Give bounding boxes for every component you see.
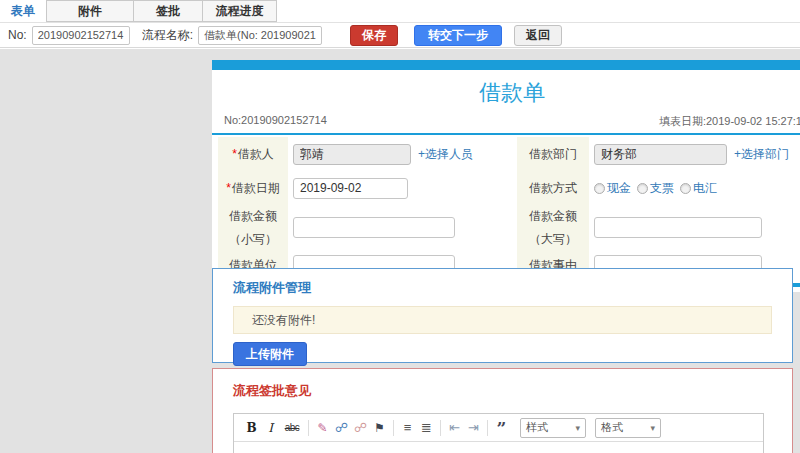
borrower-input[interactable] bbox=[293, 144, 411, 165]
flow-name-input[interactable] bbox=[198, 26, 322, 45]
loan-date-label: *借款日期 bbox=[218, 171, 288, 205]
tab-attachments[interactable]: 附件 bbox=[46, 0, 134, 22]
form-meta-row: No:20190902152714 填表日期:2019-09-02 15:27:… bbox=[212, 114, 800, 133]
radio-cheque[interactable]: 支票 bbox=[637, 180, 674, 197]
no-input[interactable] bbox=[32, 26, 130, 45]
radio-circle-icon bbox=[680, 183, 691, 194]
loan-method-value-cell: 现金 支票 电汇 bbox=[589, 171, 800, 205]
radio-circle-icon bbox=[637, 183, 648, 194]
loan-method-label: 借款方式 bbox=[517, 171, 589, 205]
tab-form[interactable]: 表单 bbox=[0, 0, 46, 22]
loan-date-input[interactable] bbox=[293, 178, 408, 199]
editor-toolbar: B I abc ✎ ☍ ☍ ⚑ ≡ ≣ ⇤ ⇥ ” bbox=[234, 414, 763, 442]
link-icon[interactable]: ☍ bbox=[332, 420, 351, 435]
anchor-icon[interactable]: ⚑ bbox=[370, 421, 389, 435]
required-mark: * bbox=[226, 181, 231, 195]
forward-next-step-button[interactable]: 转交下一步 bbox=[414, 25, 502, 46]
select-person-link[interactable]: +选择人员 bbox=[418, 146, 473, 163]
amount-lowercase-label: 借款金额（小写） bbox=[218, 205, 288, 251]
remove-format-icon[interactable]: ✎ bbox=[313, 421, 332, 435]
no-label: No: bbox=[8, 28, 27, 42]
form-row-date-method: *借款日期 借款方式 现金 支票 电汇 bbox=[218, 171, 800, 205]
amount-lowercase-input[interactable] bbox=[293, 217, 455, 238]
format-dropdown[interactable]: 格式 ▾ bbox=[595, 418, 661, 438]
department-label: 借款部门 bbox=[517, 137, 589, 171]
toolbar-separator bbox=[393, 420, 394, 436]
form-number: No:20190902152714 bbox=[224, 114, 327, 129]
loan-date-value-cell bbox=[288, 171, 505, 205]
unlink-icon[interactable]: ☍ bbox=[351, 420, 370, 435]
form-fill-date: 填表日期:2019-09-02 15:27:1 bbox=[659, 114, 800, 129]
approval-panel-title: 流程签批意见 bbox=[233, 382, 772, 400]
amount-uppercase-input[interactable] bbox=[594, 217, 762, 238]
radio-circle-icon bbox=[594, 183, 605, 194]
italic-icon[interactable]: I bbox=[261, 421, 280, 435]
no-attachment-alert: 还没有附件! bbox=[233, 306, 772, 334]
chevron-down-icon: ▾ bbox=[650, 423, 655, 433]
attachment-panel: 流程附件管理 还没有附件! 上传附件 bbox=[212, 268, 793, 363]
upload-attachment-button[interactable]: 上传附件 bbox=[233, 342, 307, 366]
tab-approval[interactable]: 签批 bbox=[133, 0, 203, 22]
radio-cash[interactable]: 现金 bbox=[594, 180, 631, 197]
numbered-list-icon[interactable]: ≡ bbox=[398, 420, 417, 435]
workflow-form-screen: 表单 附件 签批 流程进度 No: 流程名称: 保存 转交下一步 返回 借款单 … bbox=[0, 0, 800, 453]
borrower-value-cell: +选择人员 bbox=[288, 137, 505, 171]
radio-wire-transfer[interactable]: 电汇 bbox=[680, 180, 717, 197]
amount-lowercase-value-cell bbox=[288, 205, 505, 251]
approval-panel: 流程签批意见 B I abc ✎ ☍ ☍ ⚑ ≡ ≣ ⇤ ⇥ bbox=[212, 368, 793, 453]
bold-icon[interactable]: B bbox=[242, 421, 261, 435]
tab-progress[interactable]: 流程进度 bbox=[202, 0, 277, 22]
required-mark: * bbox=[232, 147, 237, 161]
flow-name-label: 流程名称: bbox=[142, 27, 193, 44]
form-row-borrower: *借款人 +选择人员 借款部门 +选择部门 bbox=[218, 137, 800, 171]
loan-form-panel: 借款单 No:20190902152714 填表日期:2019-09-02 15… bbox=[212, 60, 800, 292]
toolbar-separator bbox=[440, 420, 441, 436]
back-button[interactable]: 返回 bbox=[514, 25, 562, 46]
tab-bar: 表单 附件 签批 流程进度 bbox=[0, 0, 800, 23]
borrower-label: *借款人 bbox=[218, 137, 288, 171]
strikethrough-icon[interactable]: abc bbox=[280, 422, 304, 433]
form-table: *借款人 +选择人员 借款部门 +选择部门 *借款日期 bbox=[212, 133, 800, 287]
bulleted-list-icon[interactable]: ≣ bbox=[417, 420, 436, 435]
save-button[interactable]: 保存 bbox=[350, 25, 398, 46]
rich-text-editor: B I abc ✎ ☍ ☍ ⚑ ≡ ≣ ⇤ ⇥ ” bbox=[233, 413, 764, 453]
indent-icon[interactable]: ⇥ bbox=[464, 420, 483, 435]
form-row-amount: 借款金额（小写） 借款金额（大写） bbox=[218, 205, 800, 251]
department-input[interactable] bbox=[594, 144, 727, 165]
chevron-down-icon: ▾ bbox=[575, 423, 580, 433]
blockquote-icon[interactable]: ” bbox=[492, 423, 511, 433]
editor-content-area[interactable] bbox=[234, 442, 763, 453]
attachment-panel-title: 流程附件管理 bbox=[233, 279, 772, 297]
toolbar-separator bbox=[308, 420, 309, 436]
department-value-cell: +选择部门 bbox=[589, 137, 800, 171]
toolbar-separator bbox=[487, 420, 488, 436]
action-toolbar: No: 流程名称: 保存 转交下一步 返回 bbox=[0, 23, 800, 48]
form-title: 借款单 bbox=[212, 70, 800, 114]
content-area: 借款单 No:20190902152714 填表日期:2019-09-02 15… bbox=[0, 49, 800, 453]
styles-dropdown[interactable]: 样式 ▾ bbox=[520, 418, 586, 438]
select-department-link[interactable]: +选择部门 bbox=[734, 146, 789, 163]
amount-uppercase-value-cell bbox=[589, 205, 800, 251]
panel-accent-bar bbox=[212, 60, 800, 70]
amount-uppercase-label: 借款金额（大写） bbox=[517, 205, 589, 251]
outdent-icon[interactable]: ⇤ bbox=[445, 420, 464, 435]
